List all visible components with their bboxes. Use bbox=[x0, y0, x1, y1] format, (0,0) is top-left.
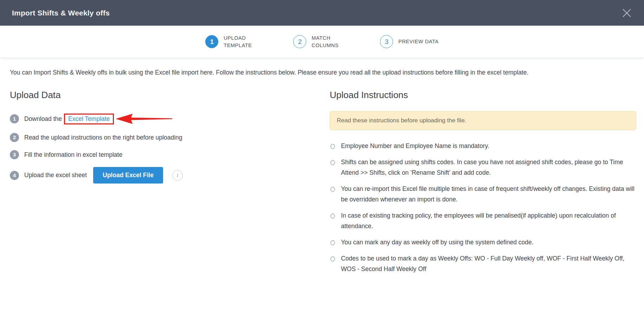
import-modal: Import Shifts & Weekly offs 1 UPLOAD TEM… bbox=[0, 0, 644, 315]
step-1-text: Download the bbox=[24, 115, 62, 123]
annotation-red-box: Excel Template bbox=[64, 114, 114, 124]
upload-step-2: 2 Read the upload instructions on the ri… bbox=[10, 133, 235, 142]
stepper-bar: 1 UPLOAD TEMPLATE 2 MATCH COLUMNS 3 PREV… bbox=[0, 26, 644, 58]
stepper-step-upload-template[interactable]: 1 UPLOAD TEMPLATE bbox=[205, 34, 252, 49]
stepper-step-preview-data[interactable]: 3 PREVIEW DATA bbox=[380, 35, 439, 48]
intro-text: You can Import Shifts & Weekly offs in b… bbox=[10, 69, 622, 76]
upload-data-section: Upload Data 1 Download the Excel Templat… bbox=[10, 90, 235, 191]
step-4-badge: 4 bbox=[10, 171, 19, 180]
upload-data-heading: Upload Data bbox=[10, 90, 235, 101]
step-3-badge: 3 bbox=[10, 150, 19, 159]
step-label: UPLOAD TEMPLATE bbox=[224, 34, 252, 49]
step-number-badge: 2 bbox=[293, 35, 306, 48]
upload-excel-file-button[interactable]: Upload Excel File bbox=[93, 167, 163, 184]
upload-step-1: 1 Download the Excel Template bbox=[10, 112, 235, 125]
upload-instructions-heading: Upload Instructions bbox=[330, 90, 636, 101]
instruction-item: You can mark any day as weekly off by us… bbox=[330, 237, 636, 248]
step-label: MATCH COLUMNS bbox=[311, 34, 339, 49]
step-2-badge: 2 bbox=[10, 133, 19, 142]
instruction-item: Employee Number and Employee Name is man… bbox=[330, 141, 636, 151]
close-button[interactable] bbox=[622, 8, 632, 18]
stepper-step-match-columns[interactable]: 2 MATCH COLUMNS bbox=[293, 34, 339, 49]
instruction-item: Codes to be used to mark a day as Weekly… bbox=[330, 253, 636, 274]
modal-header: Import Shifts & Weekly offs bbox=[0, 0, 644, 26]
step-3-text: Fill the information in excel template bbox=[24, 151, 122, 159]
upload-step-4: 4 Upload the excel sheet Upload Excel Fi… bbox=[10, 167, 235, 184]
instruction-item: Shifts can be assigned using shifts code… bbox=[330, 157, 636, 178]
instruction-list: Employee Number and Employee Name is man… bbox=[330, 141, 636, 274]
instruction-item: You can re-import this Excel file multip… bbox=[330, 184, 636, 205]
instruction-item: In case of existing tracking policy, the… bbox=[330, 210, 636, 231]
info-icon[interactable]: i bbox=[172, 170, 183, 181]
step-4-text: Upload the excel sheet bbox=[24, 172, 87, 179]
excel-template-link[interactable]: Excel Template bbox=[68, 115, 110, 123]
stepper: 1 UPLOAD TEMPLATE 2 MATCH COLUMNS 3 PREV… bbox=[205, 34, 439, 49]
upload-instructions-section: Upload Instructions Read these instructi… bbox=[330, 90, 636, 280]
close-icon bbox=[622, 8, 631, 18]
upload-data-steps: 1 Download the Excel Template 2 Read the… bbox=[10, 112, 235, 184]
step-1-badge: 1 bbox=[10, 114, 19, 123]
step-number-badge: 1 bbox=[205, 35, 218, 48]
step-2-text: Read the upload instructions on the righ… bbox=[24, 134, 182, 141]
step-number-badge: 3 bbox=[380, 35, 393, 48]
modal-title: Import Shifts & Weekly offs bbox=[12, 9, 110, 17]
instructions-notice: Read these instructions before uploading… bbox=[330, 111, 636, 130]
annotation-arrow-icon bbox=[116, 112, 173, 125]
upload-step-3: 3 Fill the information in excel template bbox=[10, 150, 235, 160]
step-label: PREVIEW DATA bbox=[398, 38, 439, 45]
